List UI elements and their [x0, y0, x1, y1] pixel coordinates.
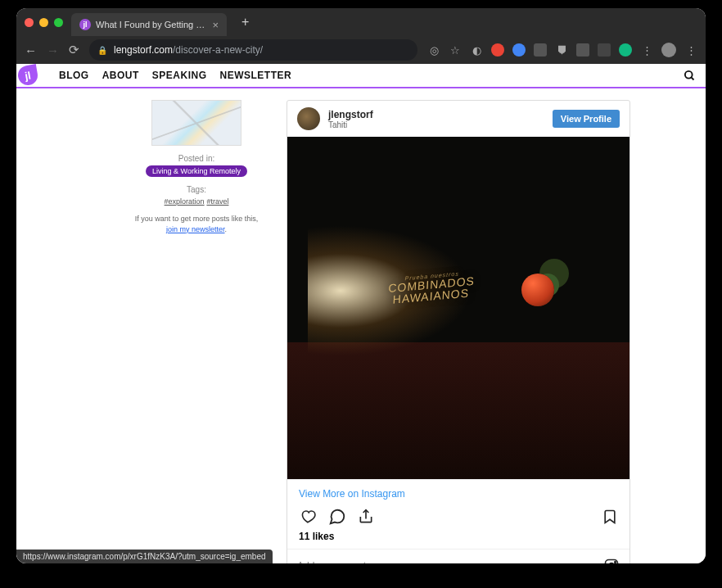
ig-header: jlengstorf Tahiti View Profile: [287, 101, 629, 137]
nav-about[interactable]: ABOUT: [102, 70, 139, 81]
ext-grey-icon[interactable]: [534, 43, 547, 57]
maximize-window-button[interactable]: [54, 18, 63, 27]
shield-icon[interactable]: ⛊: [555, 43, 568, 57]
ig-photo[interactable]: Prueba nuestros COMBINADOS HAWAIANOS: [287, 137, 629, 479]
search-icon[interactable]: [684, 70, 696, 82]
svg-point-0: [685, 70, 693, 78]
back-button[interactable]: ←: [25, 43, 37, 57]
newsletter-prefix: If you want to get more posts like this,: [135, 215, 259, 223]
nav-blog[interactable]: BLOG: [59, 70, 89, 81]
tags-label: Tags:: [131, 185, 262, 194]
posted-in-label: Posted in:: [131, 154, 262, 163]
site-header: jl BLOG ABOUT SPEAKING NEWSLETTER: [16, 64, 706, 88]
lock-icon: 🔒: [97, 46, 107, 55]
forward-button[interactable]: →: [47, 43, 59, 57]
site-nav: BLOG ABOUT SPEAKING NEWSLETTER: [59, 70, 291, 81]
site-logo[interactable]: jl: [16, 64, 39, 87]
tag-exploration[interactable]: #exploration: [165, 197, 205, 206]
browser-tab[interactable]: jl What I Found by Getting Lost: ×: [71, 13, 227, 36]
sidebar: Posted in: Living & Working Remotely Tag…: [131, 100, 262, 563]
svg-point-5: [615, 562, 616, 563]
svg-line-1: [691, 77, 693, 79]
content-area: Posted in: Living & Working Remotely Tag…: [16, 88, 706, 563]
page-content: jl BLOG ABOUT SPEAKING NEWSLETTER Posted…: [16, 64, 706, 563]
tags-list: #exploration #travel: [131, 197, 262, 206]
instagram-embed: jlengstorf Tahiti View Profile Prueba nu…: [287, 100, 630, 563]
instagram-logo-icon[interactable]: [603, 558, 620, 563]
likes-suffix: likes: [309, 531, 334, 542]
newsletter-cta: If you want to get more posts like this,…: [131, 214, 262, 234]
more-icon[interactable]: ⋮: [640, 43, 653, 57]
status-bar: https://www.instagram.com/p/xrG1fNzK3A/?…: [16, 550, 273, 563]
ext-dark-icon[interactable]: [598, 43, 611, 57]
ig-username[interactable]: jlengstorf: [328, 109, 544, 120]
view-profile-button[interactable]: View Profile: [553, 110, 620, 128]
close-window-button[interactable]: [25, 18, 34, 27]
likes-count: 11: [299, 531, 309, 542]
newsletter-link[interactable]: join my newsletter: [166, 225, 225, 233]
map-thumbnail[interactable]: [151, 100, 241, 146]
reload-button[interactable]: ⟳: [69, 43, 79, 57]
browser-toolbar: ← → ⟳ 🔒 lengstorf.com/discover-a-new-cit…: [16, 36, 706, 64]
share-icon[interactable]: [358, 509, 374, 525]
ig-user-block: jlengstorf Tahiti: [328, 109, 544, 129]
nav-speaking[interactable]: SPEAKING: [152, 70, 207, 81]
ig-avatar[interactable]: [297, 107, 320, 130]
extensions-icon[interactable]: ◐: [470, 43, 483, 57]
minimize-window-button[interactable]: [39, 18, 48, 27]
tag-travel[interactable]: #travel: [206, 197, 228, 206]
ig-likes[interactable]: 11 likes: [287, 531, 629, 549]
nav-newsletter[interactable]: NEWSLETTER: [220, 70, 292, 81]
tab-title: What I Found by Getting Lost:: [96, 20, 207, 29]
category-pill[interactable]: Living & Working Remotely: [146, 165, 247, 177]
address-bar[interactable]: 🔒 lengstorf.com/discover-a-new-city/: [89, 39, 417, 61]
titlebar: jl What I Found by Getting Lost: × +: [16, 8, 706, 36]
toolbar-icons: ◎ ☆ ◐ ⛊ ⋮ ⋮: [427, 43, 697, 57]
menu-icon[interactable]: ⋮: [684, 43, 697, 57]
site-info-icon[interactable]: ◎: [427, 43, 440, 57]
ext-blue-icon[interactable]: [512, 43, 526, 57]
like-icon[interactable]: [299, 508, 317, 526]
comment-icon[interactable]: [328, 508, 346, 526]
ext-green-icon[interactable]: [619, 43, 632, 57]
url-domain: lengstorf.com: [114, 44, 173, 56]
main-column: jlengstorf Tahiti View Profile Prueba nu…: [287, 100, 630, 563]
profile-avatar[interactable]: [661, 43, 676, 57]
close-tab-button[interactable]: ×: [212, 19, 219, 31]
view-more-link[interactable]: View More on Instagram: [287, 479, 629, 504]
ig-location[interactable]: Tahiti: [328, 120, 544, 129]
bookmark-star-icon[interactable]: ☆: [449, 43, 462, 57]
ext-square-icon[interactable]: [576, 43, 589, 57]
new-tab-button[interactable]: +: [235, 15, 255, 29]
url-path: /discover-a-new-city/: [173, 44, 263, 56]
ig-comment-row: [287, 549, 629, 563]
ig-actions: [287, 504, 629, 531]
window-controls: [25, 18, 63, 27]
browser-window: jl What I Found by Getting Lost: × + ← →…: [16, 8, 706, 563]
ext-red-icon[interactable]: [491, 43, 504, 57]
comment-input[interactable]: [297, 560, 603, 563]
bookmark-icon[interactable]: [602, 509, 618, 525]
tab-favicon-icon: jl: [79, 19, 91, 30]
